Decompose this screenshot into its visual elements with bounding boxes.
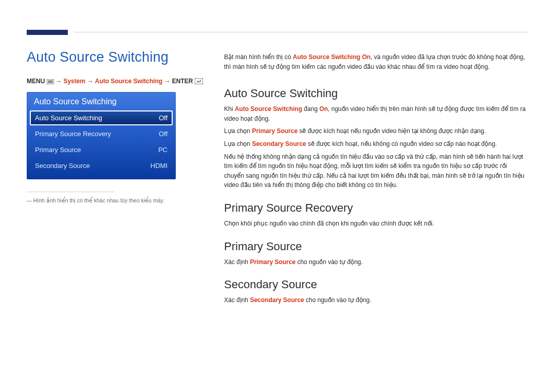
osd-row[interactable]: Auto Source SwitchingOff [30, 110, 173, 125]
osd-row-label: Primary Source [35, 146, 81, 154]
page: Auto Source Switching MENU → System → Au… [0, 0, 555, 308]
term-on: On [319, 105, 328, 113]
text-fragment: cho nguồn vào tự động. [304, 296, 372, 304]
text-fragment: Lựa chọn [224, 127, 252, 135]
text-fragment: đang [302, 105, 319, 113]
left-column: Auto Source Switching MENU → System → Au… [27, 49, 206, 308]
top-accent-bar [27, 30, 68, 35]
text-fragment: cho nguồn vào tự động. [295, 258, 363, 266]
text-fragment: Lựa chọn [224, 140, 252, 147]
text-fragment: sẽ được kích hoạt, nếu không có nguồn vi… [306, 140, 497, 147]
heading-primary-source-recovery: Primary Source Recovery [224, 201, 528, 215]
osd-header: Auto Source Switching [27, 92, 176, 109]
osd-row-label: Primary Source Recovery [35, 130, 111, 138]
breadcrumb-arrow: → [55, 78, 62, 85]
breadcrumb-auto-source-switching: Auto Source Switching [95, 78, 162, 85]
term-auto-source-switching-on: Auto Source Switching On [293, 53, 371, 61]
breadcrumb-enter: ENTER [172, 78, 193, 85]
s1-p4: Nếu hệ thống không nhận dạng cả nguồn tí… [224, 152, 528, 190]
breadcrumb-arrow: → [164, 78, 170, 85]
term-primary-source: Primary Source [250, 258, 295, 266]
footnote-separator [27, 192, 114, 192]
osd-row-value: Off [159, 130, 168, 138]
term-auto-source-switching: Auto Source Switching [235, 105, 302, 113]
term-primary-source: Primary Source [252, 127, 298, 135]
breadcrumb-menu: MENU [27, 78, 45, 85]
osd-row[interactable]: Primary SourcePC [30, 142, 173, 157]
top-divider [27, 30, 528, 35]
content-area: Auto Source Switching MENU → System → Au… [27, 49, 528, 308]
page-title: Auto Source Switching [27, 49, 206, 65]
top-line [74, 32, 528, 32]
s1-p3: Lựa chọn Secondary Source sẽ được kích h… [224, 139, 528, 149]
text-fragment: Xác định [224, 258, 250, 266]
s1-p1: Khi Auto Source Switching đang On, nguồn… [224, 104, 528, 123]
right-column: Bật màn hình hiển thị có Auto Source Swi… [224, 49, 528, 308]
breadcrumb-system: System [63, 78, 85, 85]
osd-row[interactable]: Secondary SourceHDMI [30, 158, 173, 173]
text-fragment: Xác định [224, 296, 250, 304]
svg-rect-4 [195, 78, 203, 84]
s2-p1: Chọn khôi phục nguồn vào chính đã chọn k… [224, 219, 528, 229]
osd-row-label: Auto Source Switching [35, 114, 102, 122]
s3-p1: Xác định Primary Source cho nguồn vào tự… [224, 257, 528, 267]
osd-row-value: Off [159, 114, 168, 122]
s4-p1: Xác định Secondary Source cho nguồn vào … [224, 295, 528, 305]
text-fragment: Bật màn hình hiển thị có [224, 53, 293, 61]
osd-body: Auto Source SwitchingOffPrimary Source R… [27, 109, 176, 179]
menu-icon [47, 79, 54, 84]
s1-p2: Lựa chọn Primary Source sẽ được kích hoạ… [224, 126, 528, 136]
term-secondary-source: Secondary Source [252, 140, 306, 147]
breadcrumb-arrow: → [87, 78, 93, 85]
heading-auto-source-switching: Auto Source Switching [224, 87, 528, 100]
text-fragment: sẽ được kích hoạt nếu nguồn video hiện t… [298, 127, 486, 135]
heading-primary-source: Primary Source [224, 240, 528, 253]
text-fragment: Khi [224, 105, 235, 113]
osd-row[interactable]: Primary Source RecoveryOff [30, 126, 173, 141]
intro-paragraph: Bật màn hình hiển thị có Auto Source Swi… [224, 52, 528, 71]
osd-row-value: PC [158, 146, 168, 154]
breadcrumb: MENU → System → Auto Source Switching → … [27, 78, 206, 85]
footnote: Hình ảnh hiển thị có thể khác nhau tùy t… [27, 197, 206, 203]
heading-secondary-source: Secondary Source [224, 278, 528, 291]
term-secondary-source: Secondary Source [250, 296, 304, 304]
osd-row-label: Secondary Source [35, 162, 90, 170]
enter-icon [195, 78, 203, 84]
osd-row-value: HDMI [151, 162, 168, 170]
osd-panel: Auto Source Switching Auto Source Switch… [27, 92, 176, 179]
